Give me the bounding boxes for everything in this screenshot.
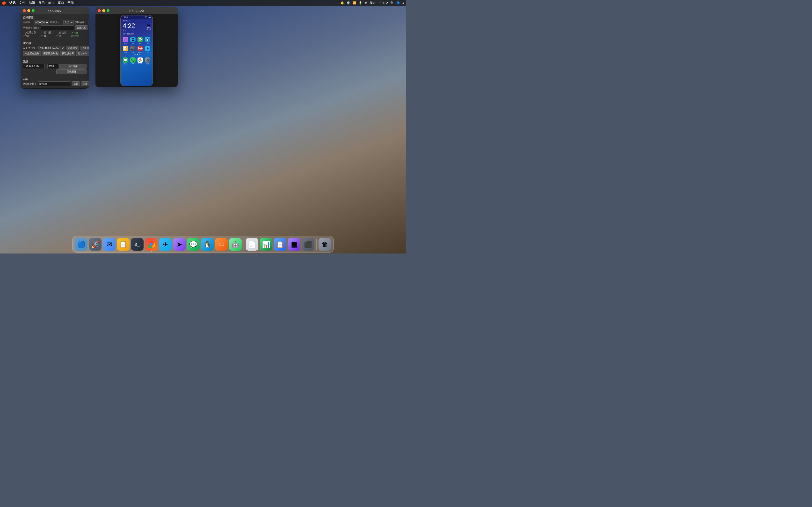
terminal-output[interactable]: update devices... adb run AdbProcess::ou… (23, 88, 87, 89)
menubar-window[interactable]: 窗口 (58, 1, 64, 5)
phone-status-bar: 中国移动 下午 4:22 (121, 15, 152, 19)
dock-files[interactable]: 📄 (246, 238, 258, 250)
dock-qc[interactable]: QC (215, 238, 227, 250)
phone-time-display: 4:22 下午 (123, 22, 135, 32)
only-record-checkbox[interactable] (23, 33, 26, 36)
svg-point-1 (150, 243, 153, 246)
phone-app-qq[interactable]: 🐧 QQ (145, 37, 151, 44)
siri-icon[interactable]: 🔵 (396, 1, 400, 5)
wifi-icon[interactable]: 📶 (353, 1, 356, 5)
control-center-icon[interactable]: ≡ (402, 1, 404, 5)
grid-icon[interactable]: ▦ (365, 1, 367, 5)
wireless-connect-row: : 无线连接 (23, 64, 87, 69)
dock-telegram[interactable]: ✈ (159, 238, 171, 250)
video-size-select[interactable]: 720 (63, 20, 74, 25)
start-service-button[interactable]: 启动服务 (66, 46, 79, 50)
toutiao-app-label: 今日头条 (138, 51, 143, 53)
startup-section: 启动配置 比特率： 8000000 视频尺寸： 720 录制格式： mp4 (23, 16, 87, 38)
toutiao-app-icon: 头条 (138, 46, 143, 51)
dock-notes[interactable]: 📋 (117, 238, 130, 250)
phone-carrier: 中国移动 (122, 16, 128, 18)
dock-qq[interactable]: 🐧 (201, 238, 214, 250)
dock-gray[interactable]: ⬛ (302, 238, 314, 250)
phone-app-chrome[interactable]: Chrome (137, 57, 144, 64)
run-button[interactable]: 执行 (72, 81, 80, 86)
auto-sleep-checkbox[interactable] (56, 33, 58, 36)
search-icon[interactable]: 🔍 (390, 1, 394, 5)
dock-android[interactable]: 🤖 (229, 238, 242, 250)
minimize-button[interactable] (27, 9, 30, 12)
notification-icon[interactable]: 🔔 (341, 1, 344, 5)
stop-service-button[interactable]: 停止服务 (80, 46, 89, 50)
get-ip-button[interactable]: 获取设备IP (60, 51, 75, 56)
phone-app-settings[interactable]: ⚙ 设置 (145, 57, 151, 64)
dock-wechat[interactable]: 💬 (187, 238, 200, 250)
table-icon: ▦ (291, 240, 297, 248)
qc-icon: QC (218, 242, 224, 246)
menubar-help[interactable]: 帮助 (67, 1, 74, 5)
sheets-icon: 📊 (262, 240, 270, 248)
qtscrcpy-titlebar: QtScrcpy (20, 7, 89, 14)
menubar-right: 🔔 🛡️ 📶 🔋 ▦ 周六 下午4:22 🔍 🔵 ≡ (341, 1, 404, 5)
save-path-input[interactable] (41, 25, 74, 30)
phone-app-gallery[interactable]: 🖼 图库 (130, 37, 136, 44)
choose-path-button[interactable]: 选择路径 (75, 25, 88, 30)
close-button[interactable] (23, 9, 26, 12)
stop-adb-button[interactable]: 终止 (81, 81, 89, 86)
phone-close-button[interactable] (98, 9, 101, 12)
wireless-port-input[interactable] (47, 64, 58, 69)
menubar-edit[interactable]: 编辑 (29, 1, 35, 5)
phone-app-phone[interactable]: 📞 拨号 (130, 57, 136, 64)
dock-direct[interactable]: ➤ (173, 238, 186, 250)
android-icon: 🤖 (231, 240, 240, 248)
qtscrcpy-title: QtScrcpy (48, 9, 61, 12)
bitrate-label: 比特率： (23, 21, 33, 24)
adb-command-input[interactable] (38, 81, 71, 86)
wireless-disconnect-button[interactable]: 无线断开 (56, 69, 87, 74)
music-app-icon: 🎵 (123, 37, 128, 42)
phone-screen[interactable]: 中国移动 下午 4:22 浦东新区 ◎ 4:22 下午 6月22日星期六 (121, 15, 152, 86)
device-serial-select[interactable]: 192.168.0.174:5555 (39, 46, 65, 50)
maximize-button[interactable] (32, 9, 35, 12)
dock-mail[interactable]: ✉ (103, 238, 115, 250)
phone-app-camera[interactable]: 📷 相机 (130, 46, 136, 53)
wireless-ip-input[interactable] (23, 64, 45, 69)
phone-app-messages[interactable]: 💬 信息 (122, 57, 129, 64)
refresh-devices-button[interactable]: 刷新设备列表 (42, 51, 59, 56)
weather-range: 28 / 18 (146, 29, 151, 31)
bitrate-select[interactable]: 8000000 (34, 20, 49, 25)
phone-app-toutiao[interactable]: 头条 今日头条 (137, 46, 144, 53)
phone-apps-row3: 💬 信息 📞 拨号 (121, 56, 152, 65)
dock-sheets[interactable]: 📊 (260, 238, 272, 250)
dock-finder[interactable]: 🔵 (75, 238, 88, 250)
record-format-select[interactable]: mp4 (88, 20, 89, 25)
wireless-connect-button[interactable]: 无线连接 (59, 64, 87, 69)
stop-all-button[interactable]: 停止所有服务 (23, 51, 41, 56)
adb-command-label: adb命令行： (23, 82, 37, 86)
window-top-checkbox[interactable] (41, 33, 43, 36)
menubar-app-name[interactable]: 访达 (9, 1, 16, 5)
phone-minimize-button[interactable] (102, 9, 105, 12)
apple-logo-icon[interactable]: 🍎 (2, 1, 6, 5)
phone-app-notes[interactable]: 📝 备忘录 (122, 46, 129, 53)
dock-list[interactable]: 📋 (274, 238, 286, 250)
phone-maximize-button[interactable] (107, 9, 109, 12)
dock-table[interactable]: ▦ (288, 238, 300, 250)
phone-apps-row1: 🎵 音乐 🖼 图库 💬 微信 🐧 QQ (121, 36, 152, 45)
dock-launchpad[interactable]: 🚀 (89, 238, 101, 250)
dock-trash[interactable]: 🗑 (318, 238, 331, 250)
menubar-go[interactable]: 前往 (48, 1, 54, 5)
phone-app-feishu[interactable]: ✈ 飞书 (145, 46, 151, 53)
phone-app-music[interactable]: 🎵 音乐 (122, 37, 129, 44)
desktop: 🍎 访达 文件 编辑 显示 前往 窗口 帮助 🔔 🛡️ 📶 🔋 ▦ 周六 下午4… (0, 0, 406, 253)
finder-icon: 🔵 (77, 240, 86, 248)
files-icon: 📄 (248, 240, 256, 248)
settings-app-icon: ⚙ (145, 57, 150, 63)
start-adbd-button[interactable]: 启动adbd (76, 51, 89, 56)
wechat-app-icon: 💬 (138, 37, 143, 42)
menubar-file[interactable]: 文件 (19, 1, 26, 5)
menubar-view[interactable]: 显示 (39, 1, 45, 5)
phone-app-wechat[interactable]: 💬 微信 (137, 37, 144, 44)
dock-chrome[interactable] (145, 238, 158, 250)
dock-terminal[interactable]: $_ (131, 238, 144, 250)
